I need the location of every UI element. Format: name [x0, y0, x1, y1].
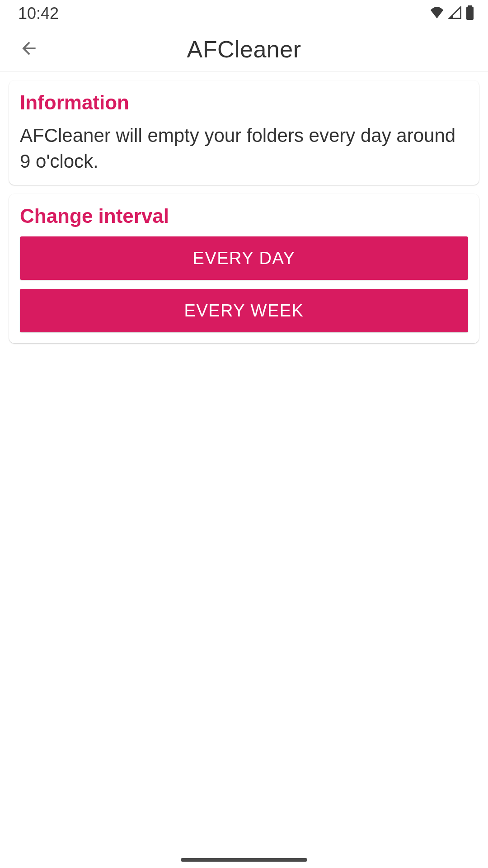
change-interval-card-title: Change interval — [20, 205, 468, 227]
app-bar: AFCleaner — [0, 27, 488, 71]
wifi-icon — [429, 7, 445, 20]
cellular-icon — [448, 6, 462, 21]
information-card-title: Information — [20, 91, 468, 114]
status-time: 10:42 — [18, 4, 59, 23]
change-interval-card: Change interval EVERY DAY EVERY WEEK — [9, 194, 479, 343]
information-card-body: AFCleaner will empty your folders every … — [20, 123, 468, 174]
every-day-button[interactable]: EVERY DAY — [20, 236, 468, 280]
svg-rect-1 — [466, 7, 474, 20]
every-week-button[interactable]: EVERY WEEK — [20, 289, 468, 332]
page-title: AFCleaner — [0, 36, 488, 63]
information-card: Information AFCleaner will empty your fo… — [9, 80, 479, 185]
status-bar: 10:42 — [0, 0, 488, 27]
status-icons — [429, 5, 474, 22]
interval-button-group: EVERY DAY EVERY WEEK — [20, 236, 468, 332]
battery-icon — [465, 5, 474, 22]
back-button[interactable] — [14, 33, 44, 66]
main-content: Information AFCleaner will empty your fo… — [0, 71, 488, 352]
navigation-handle[interactable] — [181, 858, 307, 862]
arrow-left-icon — [19, 38, 39, 60]
